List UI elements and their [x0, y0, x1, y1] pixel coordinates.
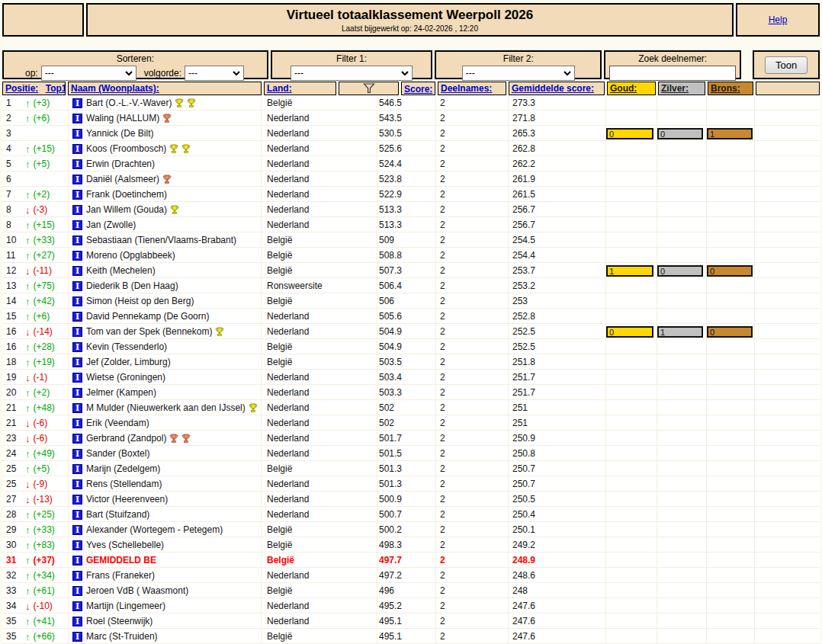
participant-info-icon[interactable]: I [72, 571, 82, 581]
arrow-up-icon: ↑ [25, 388, 31, 398]
silver-count-cell [657, 232, 707, 248]
participant-info-icon[interactable]: I [72, 479, 82, 489]
column-header-filler [756, 82, 820, 95]
info-icon-cell: I [69, 126, 86, 141]
position-cell: 16 [2, 339, 24, 354]
participant-info-icon[interactable]: I [72, 266, 82, 276]
column-header-naam: Naam (Woonplaats): [68, 82, 262, 95]
goud-sort-link[interactable]: Goud: [610, 83, 637, 94]
participant-info-icon[interactable]: I [72, 601, 82, 611]
bronze-count-cell [707, 111, 755, 126]
participant-info-icon[interactable]: I [72, 510, 82, 520]
participant-info-icon[interactable]: I [72, 464, 82, 474]
participant-info-icon[interactable]: I [72, 525, 82, 535]
position-change: (+5) [34, 159, 50, 169]
average-score-cell: 251.8 [509, 354, 606, 370]
bronze-trophy-icon [169, 434, 178, 444]
position-cell: 33 [2, 583, 24, 598]
deelnames-cell: 2 [436, 354, 509, 370]
participant-info-icon[interactable]: I [72, 144, 82, 154]
table-row: 5↑(+5)IErwin (Drachten)Nederland524.4226… [2, 156, 820, 171]
zilver-sort-link[interactable]: Zilver: [661, 83, 689, 94]
participant-info-icon[interactable]: I [72, 205, 82, 215]
participant-name-cell: Tom van der Spek (Bennekom) [86, 324, 262, 339]
participant-info-icon[interactable]: I [72, 373, 82, 383]
participant-name-cell: Gerbrand (Zandpol) [86, 431, 262, 446]
filler-cell [755, 614, 820, 629]
filler-cell [755, 522, 820, 537]
participant-info-icon[interactable]: I [72, 281, 82, 291]
participant-info-icon[interactable]: I [72, 175, 82, 184]
participant-info-icon[interactable]: I [72, 434, 82, 444]
participant-info-icon[interactable]: I [72, 220, 82, 230]
land-sort-link[interactable]: Land: [267, 83, 292, 94]
bronze-count-cell [707, 461, 755, 476]
participant-info-icon[interactable]: I [72, 114, 82, 123]
score-sort-link[interactable]: Score: [404, 84, 432, 95]
participant-info-icon[interactable]: I [72, 251, 82, 261]
deelnames-cell: 2 [436, 263, 509, 278]
arrow-up-icon: ↑ [25, 159, 31, 169]
participant-name: Daniël (Aalsmeer) [86, 174, 159, 184]
participant-name: Roel (Steenwijk) [86, 616, 153, 626]
sort-order-select[interactable]: --- [185, 66, 244, 81]
deelnames-cell: 2 [436, 156, 509, 171]
participant-info-icon[interactable]: I [72, 540, 82, 550]
participant-info-icon[interactable]: I [72, 129, 82, 139]
participant-name-cell: Waling (HALLUM) [86, 111, 262, 126]
participant-info-icon[interactable]: I [72, 296, 82, 306]
gold-count-cell [606, 415, 657, 431]
participant-info-icon[interactable]: I [72, 586, 82, 596]
filter1-select[interactable]: --- [291, 66, 413, 81]
filter-funnel-icon[interactable] [363, 83, 375, 94]
help-link[interactable]: Help [769, 14, 788, 25]
participant-info-icon[interactable]: I [72, 556, 82, 566]
gemiddelde-sort-link[interactable]: Gemiddelde score: [512, 83, 594, 94]
score-cell: 503.3 [377, 385, 436, 400]
arrow-up-icon: ↑ [25, 342, 31, 352]
column-header-zilver: Zilver: [658, 82, 705, 95]
participant-name: Martijn (Lingemeer) [86, 601, 165, 611]
participant-info-icon[interactable]: I [72, 632, 82, 642]
deelnames-sort-link[interactable]: Deelnames: [441, 83, 492, 94]
score-cell: 502 [377, 400, 436, 415]
arrow-down-icon: ↓ [25, 327, 31, 337]
sort-op-select[interactable]: --- [41, 66, 136, 81]
gold-trophy-icon [249, 403, 258, 413]
participant-info-icon[interactable]: I [72, 418, 82, 428]
participant-info-icon[interactable]: I [72, 449, 82, 459]
participant-info-icon[interactable]: I [72, 312, 82, 322]
filler-cell [755, 95, 820, 111]
header-help-box: Help [736, 3, 820, 37]
participant-info-icon[interactable]: I [72, 342, 82, 352]
filter2-select[interactable]: --- [462, 66, 575, 81]
participant-info-icon[interactable]: I [72, 235, 82, 245]
score-cell: 495.1 [377, 614, 436, 629]
silver-count-cell [657, 415, 707, 431]
country-cell: Nederland [262, 202, 377, 217]
search-input[interactable] [609, 66, 736, 81]
naam-sort-link[interactable]: Naam (Woonplaats): [71, 83, 159, 94]
participant-info-icon[interactable]: I [72, 495, 82, 505]
deelnames-cell: 2 [436, 187, 509, 202]
position-cell: 35 [2, 629, 24, 644]
participant-info-icon[interactable]: I [72, 617, 82, 626]
arrow-up-icon: ↑ [25, 617, 31, 626]
participant-info-icon[interactable]: I [72, 190, 82, 200]
participant-info-icon[interactable]: I [72, 159, 82, 169]
gold-count-box: 0 [606, 128, 653, 139]
average-score-cell: 273.3 [509, 95, 606, 111]
bronze-count-cell [707, 248, 755, 263]
participant-info-icon[interactable]: I [72, 98, 82, 108]
participant-info-icon[interactable]: I [72, 388, 82, 398]
brons-sort-link[interactable]: Brons: [711, 83, 740, 94]
position-cell: 29 [2, 522, 24, 537]
participant-info-icon[interactable]: I [72, 327, 82, 337]
country-cell: België [262, 354, 377, 370]
top10-link[interactable]: Top10 [46, 83, 66, 94]
participant-info-icon[interactable]: I [72, 357, 82, 367]
position-change: (+15) [34, 219, 55, 230]
participant-info-icon[interactable]: I [72, 403, 82, 413]
show-button[interactable]: Toon [765, 56, 808, 74]
positie-sort-link[interactable]: Positie: [5, 83, 38, 94]
